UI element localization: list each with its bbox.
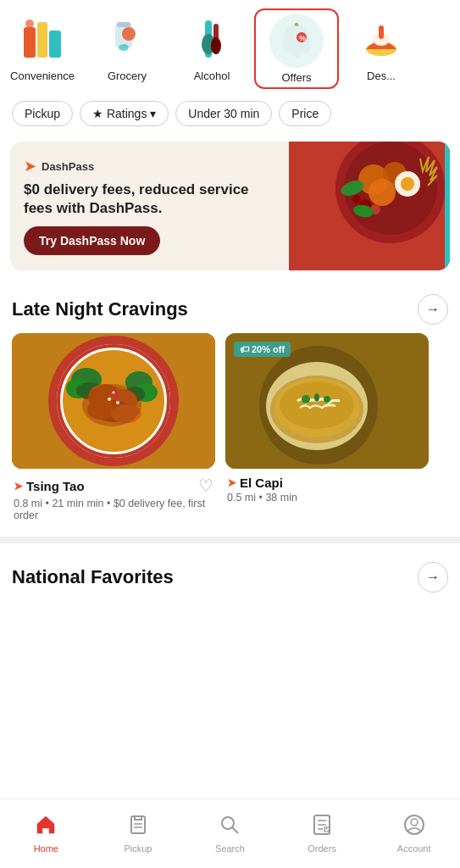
svg-point-59 — [302, 395, 310, 403]
el-capi-name: ➤ El Capi — [227, 476, 283, 490]
tsing-tao-name-row: ➤ Tsing Tao ♡ — [14, 476, 213, 496]
desserts-label: Des... — [367, 70, 396, 82]
nav-pickup[interactable]: Pickup — [104, 809, 172, 859]
tsing-tao-image — [12, 333, 215, 469]
restaurant-card-el-capi[interactable]: 🏷 20% off ➤ El Capi 0.5 mi • 38 min — [225, 333, 429, 525]
svg-point-51 — [116, 401, 119, 404]
late-night-section-header: Late Night Cravings → — [0, 279, 460, 333]
svg-point-61 — [314, 393, 319, 402]
dashpass-food-image — [289, 142, 450, 270]
svg-point-65 — [222, 817, 234, 829]
late-night-arrow-button[interactable]: → — [418, 294, 448, 325]
account-icon — [403, 814, 425, 841]
grocery-label: Grocery — [108, 70, 147, 82]
tsing-tao-name: ➤ Tsing Tao — [14, 479, 85, 493]
svg-point-73 — [411, 819, 418, 826]
tsing-tao-info: ➤ Tsing Tao ♡ 0.8 mi • 21 min min • $0 d… — [12, 469, 215, 525]
category-alcohol[interactable]: Alcohol — [169, 8, 254, 86]
national-favorites-section-header: National Favorites → — [0, 547, 460, 601]
svg-rect-5 — [117, 22, 130, 27]
svg-point-52 — [113, 392, 115, 394]
svg-rect-71 — [324, 826, 330, 832]
dashpass-logo: ➤ DashPass — [24, 157, 275, 175]
filter-under30[interactable]: Under 30 min — [175, 101, 272, 126]
dashpass-logo-text: DashPass — [42, 160, 94, 173]
convenience-label: Convenience — [10, 70, 75, 82]
svg-line-66 — [232, 827, 238, 833]
orders-icon — [311, 814, 333, 841]
el-capi-image: 🏷 20% off — [225, 333, 429, 469]
svg-text:%: % — [299, 34, 306, 42]
home-label: Home — [34, 843, 58, 854]
search-label: Search — [215, 843, 245, 854]
bottom-navigation: Home Pickup Search — [0, 798, 460, 868]
grocery-icon — [100, 12, 154, 66]
el-capi-name-row: ➤ El Capi — [227, 476, 427, 490]
nav-account[interactable]: Account — [380, 809, 448, 859]
svg-rect-17 — [379, 25, 384, 39]
section-divider — [0, 537, 460, 543]
tsing-tao-meta: 0.8 mi • 21 min min • $0 delivery fee, f… — [14, 498, 213, 521]
svg-point-7 — [119, 44, 129, 51]
svg-point-25 — [401, 177, 414, 191]
category-offers[interactable]: % Offers — [254, 8, 339, 89]
discount-badge-el-capi: 🏷 20% off — [234, 342, 291, 357]
svg-rect-2 — [49, 31, 61, 58]
nav-search[interactable]: Search — [196, 809, 263, 859]
filter-pickup[interactable]: Pickup — [12, 101, 73, 126]
svg-point-28 — [352, 195, 361, 203]
category-convenience[interactable]: Convenience — [0, 8, 85, 86]
orders-label: Orders — [308, 843, 336, 854]
filters-row: Pickup ★ Ratings ▾ Under 30 min Price — [0, 94, 460, 133]
home-icon — [35, 814, 57, 841]
national-favorites-title: National Favorites — [12, 566, 174, 588]
svg-rect-1 — [37, 22, 47, 58]
dashpass-content: ➤ DashPass $0 delivery fees, reduced ser… — [10, 142, 289, 270]
offers-label: Offers — [281, 71, 311, 84]
convenience-icon — [15, 12, 69, 66]
dashpass-try-button[interactable]: Try DashPass Now — [24, 226, 160, 255]
filter-ratings[interactable]: ★ Ratings ▾ — [80, 101, 169, 126]
filter-price[interactable]: Price — [279, 101, 331, 126]
el-capi-info: ➤ El Capi 0.5 mi • 38 min — [225, 469, 429, 507]
pickup-icon — [127, 814, 149, 841]
svg-point-60 — [324, 396, 330, 403]
offers-icon: % — [269, 14, 324, 68]
dashpass-badge-tsing: ➤ — [14, 480, 23, 492]
pickup-label: Pickup — [124, 843, 152, 854]
discount-icon: 🏷 — [240, 344, 249, 354]
svg-point-3 — [25, 19, 34, 28]
category-grocery[interactable]: Grocery — [85, 8, 169, 86]
dashpass-badge-el-capi: ➤ — [227, 476, 236, 489]
svg-point-6 — [122, 27, 136, 41]
el-capi-meta: 0.5 mi • 38 min — [227, 492, 427, 504]
search-icon — [219, 814, 241, 841]
bottom-spacer — [0, 601, 460, 677]
dashpass-arrow-icon: ➤ — [24, 157, 36, 175]
late-night-cards: ➤ Tsing Tao ♡ 0.8 mi • 21 min min • $0 d… — [0, 333, 460, 533]
categories-row: Convenience Grocery Alcohol — [0, 0, 460, 94]
desserts-icon — [354, 12, 408, 66]
svg-point-14 — [295, 23, 298, 26]
category-desserts[interactable]: Des... — [339, 8, 424, 86]
svg-point-50 — [108, 398, 111, 401]
svg-point-11 — [211, 37, 221, 54]
account-label: Account — [397, 843, 431, 854]
alcohol-label: Alcohol — [194, 70, 230, 82]
nav-orders[interactable]: Orders — [288, 809, 356, 859]
teal-stripe — [445, 142, 450, 270]
heart-icon-tsing[interactable]: ♡ — [198, 476, 213, 496]
dashpass-banner: ➤ DashPass $0 delivery fees, reduced ser… — [10, 142, 450, 270]
svg-rect-0 — [24, 27, 36, 58]
svg-point-23 — [369, 179, 396, 206]
dashpass-title: $0 delivery fees, reduced service fees w… — [24, 181, 275, 218]
restaurant-card-tsing-tao[interactable]: ➤ Tsing Tao ♡ 0.8 mi • 21 min min • $0 d… — [12, 333, 215, 525]
alcohol-icon — [185, 12, 239, 66]
nav-home[interactable]: Home — [12, 809, 80, 859]
national-favorites-arrow-button[interactable]: → — [418, 562, 448, 593]
late-night-title: Late Night Cravings — [12, 298, 188, 320]
